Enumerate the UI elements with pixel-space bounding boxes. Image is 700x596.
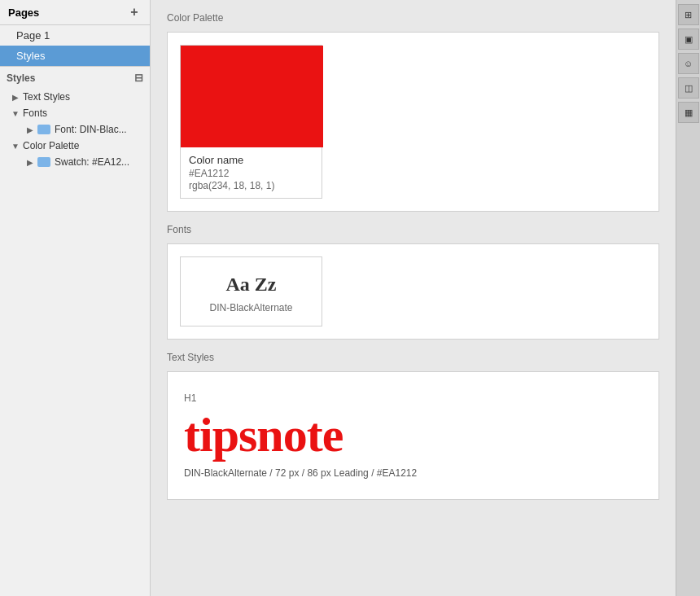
tree-arrow-color-palette: ▼ (10, 140, 21, 151)
tree-item-text-styles[interactable]: ▶ Text Styles (0, 89, 150, 105)
page-item-styles[interactable]: Styles (0, 46, 150, 66)
folder-icon-swatch (37, 157, 50, 167)
right-panel: ⊞ ▣ ☺ ◫ ▦ (676, 0, 700, 596)
fonts-label: Fonts (23, 107, 47, 119)
styles-section: Styles ⊟ ▶ Text Styles ▼ Fonts ▶ Font: D… (0, 67, 150, 170)
color-palette-section-title: Color Palette (167, 12, 659, 24)
text-styles-label: Text Styles (23, 91, 70, 103)
right-icon-2[interactable]: ▣ (678, 28, 699, 50)
fonts-content: Aa Zz DIN-BlackAlternate (167, 243, 659, 340)
tree-arrow-text-styles: ▶ (10, 91, 21, 103)
color-info: Color name #EA1212 rgba(234, 18, 18, 1) (181, 147, 322, 198)
styles-title: Styles (7, 72, 35, 84)
text-style-preview: tipsnote (184, 410, 642, 459)
main-content: Color Palette Color name #EA1212 rgba(23… (151, 0, 676, 596)
font-preview: Aa Zz (189, 274, 313, 296)
tree-arrow-swatch: ▶ (24, 156, 36, 168)
fonts-section-title: Fonts (167, 224, 659, 235)
tree-arrow-font-din: ▶ (24, 124, 36, 135)
color-palette-label: Color Palette (23, 140, 79, 151)
font-name: DIN-BlackAlternate (189, 302, 313, 313)
tree-item-font-din[interactable]: ▶ Font: DIN-Blac... (0, 121, 150, 138)
color-name: Color name (189, 154, 313, 166)
tree-item-fonts[interactable]: ▼ Fonts (0, 105, 150, 121)
color-card: Color name #EA1212 rgba(234, 18, 18, 1) (180, 45, 322, 199)
pages-title: Pages (8, 7, 39, 19)
right-icon-3[interactable]: ☺ (678, 53, 699, 74)
text-style-desc: DIN-BlackAlternate / 72 px / 86 px Leadi… (184, 467, 642, 479)
color-swatch (181, 46, 323, 147)
color-palette-section: Color Palette Color name #EA1212 rgba(23… (167, 12, 659, 212)
sidebar: Pages + Page 1 Styles Styles ⊟ ▶ Text St… (0, 0, 151, 596)
styles-options-icon[interactable]: ⊟ (134, 72, 143, 84)
right-icon-5[interactable]: ▦ (678, 102, 699, 123)
styles-section-header: Styles ⊟ (0, 67, 150, 89)
add-page-button[interactable]: + (127, 5, 142, 20)
swatch-label: Swatch: #EA12... (55, 156, 129, 168)
tree-arrow-fonts: ▼ (10, 107, 21, 119)
font-card: Aa Zz DIN-BlackAlternate (180, 256, 322, 326)
tree-item-swatch[interactable]: ▶ Swatch: #EA12... (0, 154, 150, 170)
pages-list: Page 1 Styles (0, 25, 150, 67)
text-styles-content: H1 tipsnote DIN-BlackAlternate / 72 px /… (167, 371, 659, 500)
folder-icon-font (37, 125, 50, 134)
page-item-page1[interactable]: Page 1 (0, 25, 150, 46)
text-styles-section-title: Text Styles (167, 352, 659, 363)
right-icon-4[interactable]: ◫ (678, 77, 699, 99)
color-palette-content: Color name #EA1212 rgba(234, 18, 18, 1) (167, 32, 659, 212)
font-din-label: Font: DIN-Blac... (55, 124, 127, 135)
text-styles-section: Text Styles H1 tipsnote DIN-BlackAlterna… (167, 352, 659, 500)
color-hex: #EA1212 (189, 168, 313, 179)
color-rgba: rgba(234, 18, 18, 1) (189, 180, 313, 191)
text-style-card: H1 tipsnote DIN-BlackAlternate / 72 px /… (180, 384, 646, 487)
text-style-h1-label: H1 (184, 392, 642, 404)
pages-header: Pages + (0, 0, 150, 25)
fonts-section: Fonts Aa Zz DIN-BlackAlternate (167, 224, 659, 340)
right-icon-1[interactable]: ⊞ (678, 4, 699, 25)
tree-item-color-palette[interactable]: ▼ Color Palette (0, 138, 150, 154)
